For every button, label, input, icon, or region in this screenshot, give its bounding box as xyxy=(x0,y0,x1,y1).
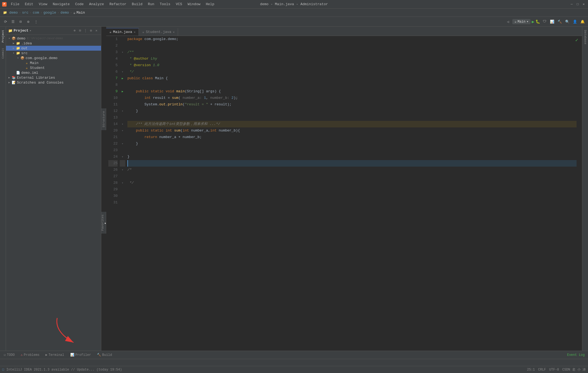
gutter-28[interactable]: ▾ xyxy=(120,180,125,186)
tree-item-demo[interactable]: ▾ 📦 demo E:\Project\Java\demo xyxy=(6,36,101,41)
debug-button[interactable]: 🐛 xyxy=(535,19,540,24)
maximize-button[interactable]: □ xyxy=(575,2,580,7)
settings-btn[interactable]: ⚙ xyxy=(88,28,93,33)
menu-window[interactable]: Window xyxy=(185,2,203,7)
locate-btn[interactable]: ⊕ xyxy=(72,28,77,33)
code-line-3: /** xyxy=(127,49,577,56)
coverage-btn[interactable]: 🛡 xyxy=(541,19,548,25)
status-encoding: UTF-8 xyxy=(549,368,559,372)
ln-11: 11 xyxy=(108,101,118,108)
tree-item-idea[interactable]: ▶ 📁 .idea xyxy=(6,41,101,46)
run-button[interactable]: ▶ xyxy=(532,19,534,25)
gutter-20[interactable]: ▾ xyxy=(120,127,125,134)
tree-item-student[interactable]: ▶ ☕ Student xyxy=(6,65,101,70)
ln-6: 6 xyxy=(108,69,118,75)
structure-panel-tab[interactable]: Structure xyxy=(101,108,106,130)
menu-vcs[interactable]: VCS xyxy=(174,2,184,7)
toolbar-settings-btn[interactable]: ⚙ xyxy=(25,19,32,25)
code-content[interactable]: package com.google.demo; /** * @author L… xyxy=(125,36,579,351)
gutter-22[interactable]: ▾ xyxy=(120,140,125,147)
breadcrumb-com[interactable]: com xyxy=(33,11,39,15)
toolbar-list-btn[interactable]: ☰ xyxy=(10,19,16,25)
tree-label-src: src xyxy=(21,51,27,55)
window-title: demo - Main.java - Administrator xyxy=(260,2,328,6)
code-line-1: package com.google.demo; xyxy=(127,36,577,42)
gutter-2 xyxy=(120,42,125,49)
user-btn[interactable]: 👤 xyxy=(572,19,578,25)
menu-refactor[interactable]: Refactor xyxy=(107,2,128,7)
tree-item-iml[interactable]: ▶ 📄 demo.iml xyxy=(6,70,101,75)
gutter-3[interactable]: ▾ xyxy=(120,49,125,56)
hide-btn[interactable]: ✕ xyxy=(94,28,99,33)
toolbar-back-btn[interactable]: ◁ xyxy=(505,19,511,25)
event-log-button[interactable]: Event Log xyxy=(565,353,587,357)
toolbar-left: ⟳ ☰ ⊟ ⚙ ⋮ xyxy=(2,19,39,25)
run-configuration[interactable]: ☕ Main ▾ xyxy=(512,19,531,24)
code-line-13 xyxy=(127,114,577,121)
panel-dots-btn[interactable]: ⋮ xyxy=(83,28,88,33)
toolbar-collapse-btn[interactable]: ⊟ xyxy=(17,19,24,25)
gutter-4 xyxy=(120,56,125,62)
code-line-31 xyxy=(127,199,577,206)
menu-view[interactable]: View xyxy=(36,2,49,7)
menu-code[interactable]: Code xyxy=(73,2,86,7)
breadcrumb-demo[interactable]: demo xyxy=(9,11,18,15)
menu-edit[interactable]: Edit xyxy=(23,2,35,7)
gutter-7[interactable]: ▶ xyxy=(120,75,125,82)
menu-help[interactable]: Help xyxy=(204,2,216,7)
gutter-14[interactable]: ▾ xyxy=(120,121,125,127)
gutter-11 xyxy=(120,101,125,108)
toolbar-menu-btn[interactable]: ⋮ xyxy=(33,19,39,25)
problems-tab[interactable]: ⚠ Problems xyxy=(18,352,42,357)
tree-item-package[interactable]: ▾ 📦 com.google.demo xyxy=(6,56,101,60)
project-tab[interactable]: Project xyxy=(1,28,5,45)
arrow-demo: ▾ xyxy=(7,36,11,41)
todo-tab[interactable]: ☑ TODO xyxy=(1,352,17,357)
menu-analyze[interactable]: Analyze xyxy=(87,2,106,7)
tab-main-java[interactable]: ☕ Main.java ✕ xyxy=(106,28,139,36)
tree-item-src[interactable]: ▾ 📁 src xyxy=(6,51,101,56)
arrow-out: ▶ xyxy=(11,46,16,50)
build-tab[interactable]: 🔨 Build xyxy=(94,352,115,357)
gutter-6[interactable]: ▾ xyxy=(120,69,125,75)
breadcrumb-google[interactable]: google xyxy=(43,11,56,15)
collapse-all-btn[interactable]: ⊟ xyxy=(78,28,82,33)
gutter-12[interactable]: ▾ xyxy=(120,108,125,114)
toolbar-sync-btn[interactable]: ⟳ xyxy=(2,19,9,25)
tab-close-student[interactable]: ✕ xyxy=(173,30,174,34)
gutter-30 xyxy=(120,193,125,199)
arrow-main: ▶ xyxy=(20,61,24,65)
tree-item-scratches[interactable]: ▶ 📝 Scratches and Consoles xyxy=(6,80,101,85)
search-btn[interactable]: 🔍 xyxy=(564,19,571,25)
commit-tab[interactable]: Commit xyxy=(1,46,5,61)
profile-btn[interactable]: 📊 xyxy=(549,19,555,25)
breadcrumb-demo2[interactable]: demo xyxy=(60,11,69,15)
tree-item-main[interactable]: ▶ ☕ Main xyxy=(6,60,101,65)
project-dropdown[interactable]: ▾ xyxy=(30,29,32,32)
database-tab[interactable]: Database xyxy=(583,28,587,47)
tree-item-out[interactable]: ▶ 📁 out xyxy=(6,46,101,51)
gutter-24[interactable]: ▾ xyxy=(120,154,125,160)
favorites-panel-tab[interactable]: Favorites ★ xyxy=(101,212,106,234)
gutter-26[interactable]: ▾ xyxy=(120,167,125,173)
minimize-button[interactable]: ─ xyxy=(569,2,574,7)
terminal-tab[interactable]: ▶ Terminal xyxy=(43,352,67,357)
breadcrumb-main[interactable]: ☕ Main xyxy=(73,11,85,15)
menu-file[interactable]: File xyxy=(9,2,22,7)
menu-tools[interactable]: Tools xyxy=(158,2,173,7)
breadcrumb-src[interactable]: src xyxy=(22,11,28,15)
editor-status-checkmark: ✓ xyxy=(575,37,578,43)
tab-close-main[interactable]: ✕ xyxy=(134,30,135,34)
gutter-9[interactable]: ▶ xyxy=(120,88,125,95)
menu-build[interactable]: Build xyxy=(130,2,145,7)
tree-item-extlibs[interactable]: ▶ 📚 External Libraries xyxy=(6,75,101,80)
profiler-tab[interactable]: 📊 Profiler xyxy=(68,352,94,357)
code-editor[interactable]: ✓ 1 2 3 4 5 6 7 8 9 10 11 12 13 14 xyxy=(106,36,582,351)
menu-run[interactable]: Run xyxy=(146,2,156,7)
vertical-scrollbar[interactable] xyxy=(579,36,582,351)
build-btn[interactable]: 🔨 xyxy=(556,19,563,25)
notifications-btn[interactable]: 🔔 xyxy=(579,19,586,25)
tab-student-java[interactable]: ☕ Student.java ✕ xyxy=(139,28,178,36)
close-button[interactable]: ✕ xyxy=(581,2,586,7)
menu-navigate[interactable]: Navigate xyxy=(51,2,72,7)
